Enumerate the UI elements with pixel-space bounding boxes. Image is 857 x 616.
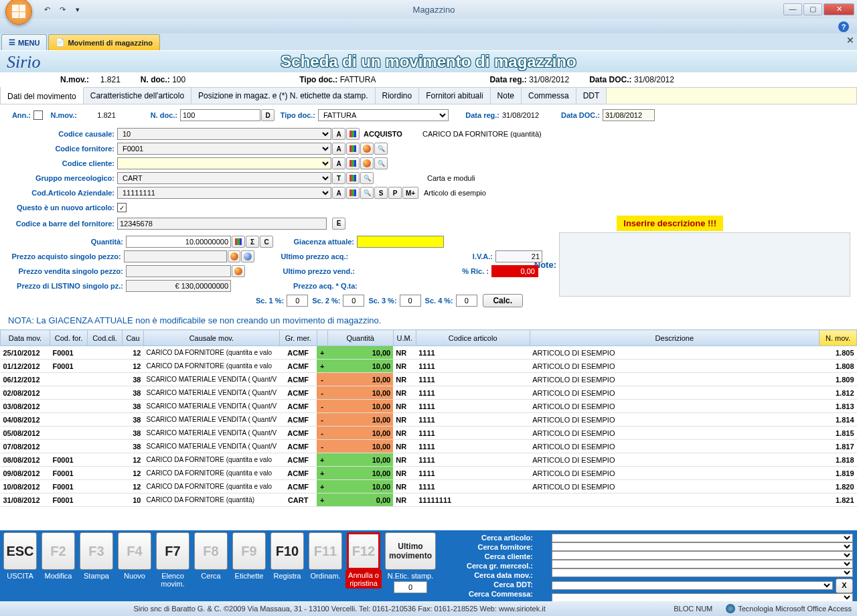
tab-menu[interactable]: ☰MENU xyxy=(1,34,47,50)
fkey-f3[interactable]: F3Stampa xyxy=(78,532,114,599)
subtab-3[interactable]: Riordino xyxy=(376,88,420,104)
nmov-value: 1.821 xyxy=(80,111,133,119)
a-button[interactable]: A xyxy=(332,128,345,140)
footnote: NOTA: La GIACENZA ATTUALE non è modifica… xyxy=(0,311,857,325)
page-title: Scheda di un movimento di magazzino xyxy=(9,52,848,71)
table-row[interactable]: 10/08/2012F000112CARICO DA FORNITORE (qu… xyxy=(1,480,857,493)
table-row[interactable]: 25/10/2012F000112CARICO DA FORNITORE (qu… xyxy=(1,346,857,360)
window-title: Magazzino xyxy=(84,5,783,15)
section-tabs: Dati del movimentoCaratteristiche dell'a… xyxy=(0,87,857,104)
fkey-f8[interactable]: F8Cerca xyxy=(193,532,229,599)
tab-close-icon[interactable]: ✕ xyxy=(846,35,854,46)
form-panel: Ann.: N.mov.: 1.821 N. doc.: D Tipo doc.… xyxy=(0,104,857,311)
table-row[interactable]: 03/08/201238SCARICO MATERIALE VENDITA ( … xyxy=(1,400,857,413)
subtab-5[interactable]: Note xyxy=(491,88,522,104)
fkey-f11[interactable]: F11Ordinam. xyxy=(307,532,343,599)
giacenza-value xyxy=(357,236,444,248)
ann-label: Ann.: xyxy=(7,111,33,119)
table-row[interactable]: 06/12/201238SCARICO MATERIALE VENDITA ( … xyxy=(1,373,857,386)
fkey-f12[interactable]: F12Annulla o ripristina xyxy=(345,532,382,599)
window-titlebar: ↶ ↷ ▾ Magazzino — ▢ ✕ xyxy=(0,0,857,19)
logo: Sirio xyxy=(7,52,41,72)
fkey-f4[interactable]: F4Nuovo xyxy=(116,532,153,599)
gruppo-select[interactable]: CART xyxy=(117,172,331,184)
subtab-0[interactable]: Dati del movimento xyxy=(1,87,84,104)
note-textarea[interactable] xyxy=(559,232,850,297)
cliente-select[interactable] xyxy=(117,157,331,169)
tab-movimenti[interactable]: 📄Movimenti di magazzino xyxy=(48,34,160,50)
iva-input[interactable] xyxy=(495,250,542,262)
fkey-f2[interactable]: F2Modifica xyxy=(40,532,76,599)
minimize-button[interactable]: — xyxy=(783,3,802,15)
help-icon[interactable]: ? xyxy=(838,21,849,32)
document-tabs: ☰MENU 📄Movimenti di magazzino ✕ xyxy=(0,33,857,51)
fkey-f10[interactable]: F10Registra xyxy=(269,532,305,599)
table-row[interactable]: 08/08/2012F000112CARICO DA FORNITORE (qu… xyxy=(1,453,857,467)
tipodoc-select[interactable]: FATTURA xyxy=(318,109,449,121)
table-row[interactable]: 05/08/201238SCARICO MATERIALE VENDITA ( … xyxy=(1,427,857,440)
undo-icon[interactable]: ↶ xyxy=(40,3,54,15)
fkey-bar: ESCUSCITAF2ModificaF3StampaF4NuovoF7Elen… xyxy=(0,530,857,601)
subtab-7[interactable]: DDT xyxy=(576,88,607,104)
ribbon-area: ? xyxy=(0,19,857,33)
fkey-esc[interactable]: ESCUSCITA xyxy=(2,532,38,599)
subtab-4[interactable]: Fornitori abituali xyxy=(419,88,490,104)
search-dropdown-0[interactable] xyxy=(552,534,853,542)
table-row[interactable]: 02/08/201238SCARICO MATERIALE VENDITA ( … xyxy=(1,386,857,400)
access-icon xyxy=(726,604,735,613)
d-button[interactable]: D xyxy=(261,109,275,121)
search-dropdown-3[interactable] xyxy=(552,560,853,568)
fkey-f9[interactable]: F9Etichette xyxy=(231,532,267,599)
search-dropdown-1[interactable] xyxy=(552,542,853,551)
pacq-input[interactable] xyxy=(124,250,227,262)
table-row[interactable]: 09/08/2012F000112CARICO DA FORNITORE (qu… xyxy=(1,467,857,480)
plist-input[interactable] xyxy=(126,280,231,292)
status-bar: Sirio snc di Baratto G. & C. ©2009 Via M… xyxy=(0,601,857,616)
clear-button[interactable]: X xyxy=(836,579,853,593)
globe-icon[interactable] xyxy=(360,143,374,155)
calc-button[interactable]: Calc. xyxy=(483,294,523,307)
ann-checkbox[interactable] xyxy=(33,110,43,120)
subtab-6[interactable]: Commessa xyxy=(522,88,576,104)
movements-grid[interactable]: Data mov.Cod. for.Cod.cli.CauCausale mov… xyxy=(0,329,857,507)
search-icon[interactable] xyxy=(374,143,388,155)
causale-select[interactable]: 10 xyxy=(117,128,331,140)
e-button[interactable]: E xyxy=(332,218,345,230)
page-header: Sirio Scheda di un movimento di magazzin… xyxy=(0,51,857,72)
maximize-button[interactable]: ▢ xyxy=(803,3,822,15)
ric-value: 0,00 xyxy=(491,265,538,277)
articolo-select[interactable]: 11111111 xyxy=(117,187,331,199)
chart-icon[interactable] xyxy=(346,128,360,140)
fkey-f7[interactable]: F7Elenco movim. xyxy=(155,532,191,599)
barcode-input[interactable] xyxy=(117,218,327,230)
table-row[interactable]: 31/08/2012F000110CARICO DA FORNITORE (qu… xyxy=(1,493,857,507)
summary-bar: N.mov.: 1.821 N. doc.: 100 Tipo doc.: FA… xyxy=(0,72,857,87)
warning-banner: Inserire descrizione !!! xyxy=(617,216,723,231)
subtab-2[interactable]: Posizione in magaz. e (*) N. etichette d… xyxy=(191,88,375,104)
ultimo-button[interactable]: UltimomovimentoN.Etic. stamp. xyxy=(384,532,437,599)
datadoc-input[interactable] xyxy=(603,109,655,121)
table-row[interactable]: 04/08/201238SCARICO MATERIALE VENDITA ( … xyxy=(1,413,857,427)
table-row[interactable]: 07/08/201238SCARICO MATERIALE VENDITA ( … xyxy=(1,440,857,453)
pvend-input[interactable] xyxy=(126,265,231,277)
fornitore-select[interactable]: F0001 xyxy=(117,143,331,155)
search-dropdown-4[interactable] xyxy=(552,568,853,577)
subtab-1[interactable]: Caratteristiche dell'articolo xyxy=(84,88,191,104)
close-button[interactable]: ✕ xyxy=(824,3,854,15)
nuovo-checkbox[interactable]: ✓ xyxy=(117,203,127,212)
chart-icon[interactable] xyxy=(346,143,360,155)
ndoc-input[interactable] xyxy=(180,109,260,121)
qa-dropdown-icon[interactable]: ▾ xyxy=(71,3,84,15)
table-row[interactable]: 01/12/2012F000112CARICO DA FORNITORE (qu… xyxy=(1,360,857,373)
search-dropdown-2[interactable] xyxy=(552,551,853,560)
qta-input[interactable] xyxy=(126,236,231,248)
redo-icon[interactable]: ↷ xyxy=(56,3,69,15)
